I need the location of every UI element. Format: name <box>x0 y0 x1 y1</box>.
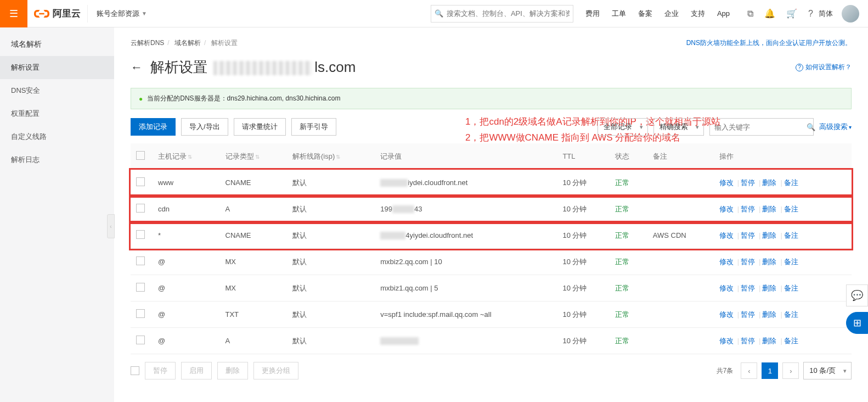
cell-ttl: 10 分钟 <box>557 249 610 275</box>
row-checkbox[interactable] <box>136 309 145 318</box>
op-delete[interactable]: 删除 <box>762 337 776 345</box>
nav-icp[interactable]: 备案 <box>638 9 652 19</box>
col-ttl: TTL <box>557 143 610 170</box>
help-link[interactable]: ?如何设置解析？ <box>796 63 852 72</box>
table-row: @TXT默认v=spf1 include:spf.mail.qq.com ~al… <box>131 302 852 328</box>
col-line[interactable]: 解析线路(isp)⇅ <box>287 143 375 170</box>
nav-app[interactable]: App <box>717 9 730 18</box>
guide-button[interactable]: 新手引导 <box>291 118 336 136</box>
nav-billing[interactable]: 费用 <box>585 9 600 19</box>
import-export-button[interactable]: 导入/导出 <box>181 118 228 136</box>
keyword-input[interactable] <box>714 123 807 131</box>
add-record-button[interactable]: 添加记录 <box>131 118 176 136</box>
logo[interactable]: 阿里云 <box>27 6 87 21</box>
hamburger-menu-button[interactable]: ☰ <box>0 0 27 27</box>
op-remark[interactable]: 备注 <box>784 231 798 239</box>
col-host[interactable]: 主机记录⇅ <box>153 143 220 170</box>
help-icon[interactable]: ? <box>808 9 813 19</box>
row-checkbox[interactable] <box>136 177 145 186</box>
search-mode-select[interactable]: 精确搜索 <box>653 118 704 136</box>
page-prev-button[interactable]: ‹ <box>741 362 757 379</box>
nav-ticket[interactable]: 工单 <box>612 9 626 19</box>
row-checkbox[interactable] <box>136 256 145 265</box>
cell-status: 正常 <box>610 302 647 328</box>
op-delete[interactable]: 删除 <box>762 258 776 266</box>
account-scope-dropdown[interactable]: 账号全部资源▼ <box>87 5 156 23</box>
lang-switch[interactable]: 简体 <box>819 9 833 19</box>
row-checkbox[interactable] <box>136 283 145 292</box>
sidebar-collapse-button[interactable]: ‹ <box>107 214 115 238</box>
announcement-link[interactable]: DNS防火墙功能全新上线，面向企业认证用户开放公测。 <box>686 38 852 48</box>
op-pause[interactable]: 暂停 <box>741 205 755 213</box>
op-edit[interactable]: 修改 <box>719 178 734 187</box>
row-checkbox[interactable] <box>136 336 145 344</box>
sidebar-item-3[interactable]: 权重配置 <box>0 102 114 125</box>
op-edit[interactable]: 修改 <box>719 205 734 213</box>
keyword-search[interactable]: 🔍 <box>709 118 814 136</box>
back-arrow-icon[interactable]: ← <box>131 60 143 75</box>
sidebar-item-4[interactable]: 自定义线路 <box>0 125 114 148</box>
op-remark[interactable]: 备注 <box>784 258 798 266</box>
avatar[interactable] <box>842 5 859 23</box>
op-remark[interactable]: 备注 <box>784 310 798 319</box>
advanced-search-link[interactable]: 高级搜索 ▾ <box>819 122 852 132</box>
op-remark[interactable]: 备注 <box>784 284 798 292</box>
record-filter-select[interactable]: 全部记录 <box>598 118 648 136</box>
cloudshell-icon[interactable]: ⧉ <box>747 9 753 19</box>
op-remark[interactable]: 备注 <box>784 178 798 187</box>
page-1-button[interactable]: 1 <box>762 362 778 379</box>
cell-ops: 修改|暂停|删除|备注 <box>714 328 852 354</box>
bulk-regroup-button[interactable]: 更换分组 <box>253 362 298 379</box>
op-delete[interactable]: 删除 <box>762 310 776 319</box>
bulk-delete-button[interactable]: 删除 <box>217 362 248 379</box>
cell-remark <box>647 302 714 328</box>
select-all-checkbox[interactable] <box>136 151 145 160</box>
op-delete[interactable]: 删除 <box>762 205 776 213</box>
sidebar-item-5[interactable]: 解析日志 <box>0 148 114 171</box>
crumb-domain[interactable]: 域名解析 <box>174 39 201 47</box>
sidebar-item-0[interactable]: 域名解析 <box>0 33 114 56</box>
row-checkbox[interactable] <box>136 230 145 239</box>
row-checkbox[interactable] <box>136 204 145 213</box>
notification-icon[interactable]: 🔔 <box>764 8 775 19</box>
page-size-select[interactable]: 10 条/页 <box>803 362 852 379</box>
bulk-pause-button[interactable]: 暂停 <box>145 362 176 379</box>
op-pause[interactable]: 暂停 <box>741 337 755 345</box>
page-next-button[interactable]: › <box>782 362 799 379</box>
col-type[interactable]: 记录类型⇅ <box>220 143 288 170</box>
global-search[interactable]: 🔍 <box>431 5 573 23</box>
op-pause[interactable]: 暂停 <box>741 284 755 292</box>
apps-float-button[interactable]: ⊞ <box>846 312 868 334</box>
request-stats-button[interactable]: 请求量统计 <box>234 118 286 136</box>
cell-remark <box>647 249 714 275</box>
op-remark[interactable]: 备注 <box>784 205 798 213</box>
op-pause[interactable]: 暂停 <box>741 231 755 239</box>
cell-host: www <box>153 170 220 196</box>
op-delete[interactable]: 删除 <box>762 178 776 187</box>
chat-float-button[interactable]: 💬 <box>846 284 868 306</box>
op-delete[interactable]: 删除 <box>762 231 776 239</box>
nav-support[interactable]: 支持 <box>691 9 705 19</box>
op-pause[interactable]: 暂停 <box>741 258 755 266</box>
sidebar-item-1[interactable]: 解析设置 <box>0 56 114 79</box>
op-edit[interactable]: 修改 <box>719 258 734 266</box>
op-pause[interactable]: 暂停 <box>741 310 755 319</box>
op-edit[interactable]: 修改 <box>719 337 734 345</box>
op-edit[interactable]: 修改 <box>719 231 734 239</box>
bulk-enable-button[interactable]: 启用 <box>181 362 212 379</box>
cell-value: 4yiydei.cloudfront.net <box>375 222 557 249</box>
op-delete[interactable]: 删除 <box>762 284 776 292</box>
op-edit[interactable]: 修改 <box>719 284 734 292</box>
crumb-root[interactable]: 云解析DNS <box>131 39 164 47</box>
select-all-footer-checkbox[interactable] <box>131 366 139 375</box>
search-icon[interactable]: 🔍 <box>807 123 815 131</box>
op-pause[interactable]: 暂停 <box>741 178 755 187</box>
op-edit[interactable]: 修改 <box>719 310 734 319</box>
cart-icon[interactable]: 🛒 <box>786 8 797 19</box>
cell-status: 正常 <box>610 275 647 302</box>
global-search-input[interactable] <box>443 9 570 18</box>
nav-enterprise[interactable]: 企业 <box>664 9 679 19</box>
caret-down-icon: ▼ <box>142 10 147 16</box>
sidebar-item-2[interactable]: DNS安全 <box>0 79 114 102</box>
op-remark[interactable]: 备注 <box>784 337 798 345</box>
